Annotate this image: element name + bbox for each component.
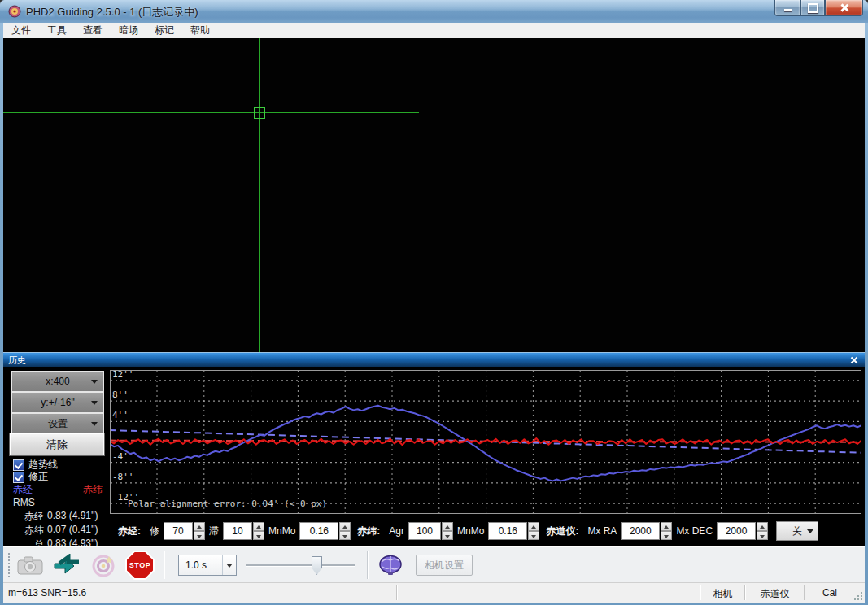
history-panel-body: x:400 y:+/-16" 设置 清除 趋势线 修正 赤经 赤纬 RMS 赤经… [3, 367, 865, 546]
max-ra-spinner [621, 522, 672, 540]
rms-ra-row: 赤经 0.83 (4.91'') [8, 510, 114, 524]
history-panel-titlebar[interactable]: 历史 [3, 352, 865, 368]
spin-up-icon[interactable] [528, 522, 539, 531]
chevron-down-icon [91, 422, 98, 426]
spin-up-icon[interactable] [757, 522, 768, 531]
advanced-settings-button[interactable] [377, 554, 403, 577]
dec-group-label: 赤纬: [357, 524, 380, 538]
spin-up-icon[interactable] [661, 522, 672, 531]
spin-up-icon[interactable] [194, 522, 205, 531]
crosshair-horizontal-line [3, 112, 419, 113]
mount-group-label: 赤道仪: [546, 524, 578, 538]
chevron-down-icon [91, 401, 98, 405]
graph-canvas: 12''8''4''-4''-8''-12''Polar alignment e… [110, 370, 861, 514]
spin-up-icon[interactable] [253, 522, 264, 531]
y-scale-dropdown[interactable]: y:+/-16" [11, 392, 104, 413]
dec-aggr-input[interactable] [408, 522, 441, 540]
svg-text:Polar alignment error: 0.04' (: Polar alignment error: 0.04' (< 0 px) [128, 498, 327, 509]
window-title: PHD2 Guiding 2.5.0 - 1 (日志记录中) [26, 5, 198, 20]
spin-down-icon[interactable] [339, 531, 351, 540]
guide-button[interactable] [89, 553, 117, 577]
clear-button[interactable]: 清除 [10, 433, 104, 455]
title-bar[interactable]: PHD2 Guiding 2.5.0 - 1 (日志记录中) [0, 0, 868, 23]
ra-legend-label: 赤经 [13, 483, 33, 497]
rms-title: RMS [13, 497, 35, 508]
ra-hyst-spinner [223, 522, 264, 540]
status-cal: Cal [805, 587, 854, 598]
rms-dec-row: 赤纬 0.07 (0.41'') [8, 524, 114, 538]
dec-minmove-label: MnMo [457, 525, 484, 537]
corrections-checkbox[interactable] [13, 472, 24, 483]
trendlines-checkbox-row[interactable]: 趋势线 [13, 459, 58, 471]
slider-thumb[interactable] [312, 556, 322, 575]
x-scale-dropdown[interactable]: x:400 [11, 371, 104, 392]
dec-aggr-spinner [408, 522, 453, 540]
dec-minmove-input[interactable] [488, 522, 527, 540]
menu-item-tools[interactable]: 工具 [39, 23, 75, 38]
spin-down-icon[interactable] [757, 531, 768, 540]
minimize-button[interactable] [774, 0, 800, 16]
brain-icon [377, 554, 403, 577]
camera-icon [16, 554, 44, 577]
spin-down-icon[interactable] [253, 531, 264, 540]
status-camera: 相机 [701, 587, 744, 601]
menu-item-bookmarks[interactable]: 标记 [146, 23, 182, 38]
menu-item-help[interactable]: 帮助 [182, 23, 218, 38]
svg-text:8'': 8'' [112, 390, 129, 400]
phd2-window: PHD2 Guiding 2.5.0 - 1 (日志记录中) 文件 工具 查看 … [0, 0, 868, 605]
trendlines-checkbox[interactable] [13, 459, 24, 471]
status-text: m=613 SNR=15.6 [8, 587, 86, 598]
ra-aggr-input[interactable] [164, 522, 193, 540]
ra-hyst-input[interactable] [223, 522, 252, 540]
stop-icon: STOP [125, 551, 155, 580]
maximize-button[interactable] [800, 0, 825, 16]
corrections-checkbox-row[interactable]: 修正 [13, 471, 48, 483]
spin-down-icon[interactable] [528, 531, 539, 540]
chevron-down-icon [222, 555, 236, 575]
camera-settings-button[interactable]: 相机设置 [416, 555, 473, 576]
svg-text:-8'': -8'' [112, 472, 134, 482]
camera-connect-button[interactable] [16, 554, 44, 577]
spin-down-icon[interactable] [442, 531, 453, 540]
graph-settings-dropdown[interactable]: 设置 [11, 413, 104, 434]
spin-down-icon[interactable] [194, 531, 205, 540]
ra-minmove-spinner [299, 522, 351, 540]
spin-up-icon[interactable] [442, 522, 453, 531]
chevron-down-icon [807, 529, 813, 533]
ra-minmove-label: MnMo [268, 525, 295, 537]
corrections-label: 修正 [28, 470, 48, 484]
history-panel-title: 历史 [8, 355, 26, 367]
exposure-value: 1.0 s [179, 559, 222, 571]
max-dec-input[interactable] [717, 522, 756, 540]
spin-up-icon[interactable] [339, 522, 351, 531]
menu-bar: 文件 工具 查看 暗场 标记 帮助 [3, 23, 865, 39]
max-ra-input[interactable] [621, 522, 660, 540]
maximize-icon [808, 3, 818, 13]
max-dec-label: Mx DEC [676, 525, 713, 537]
svg-text:4'': 4'' [112, 410, 129, 420]
menu-item-file[interactable]: 文件 [3, 23, 39, 38]
stop-button[interactable]: STOP [125, 551, 155, 580]
camera-view[interactable] [3, 38, 865, 352]
max-dec-spinner [717, 522, 768, 540]
gamma-slider[interactable] [246, 553, 355, 577]
menu-item-view[interactable]: 查看 [75, 23, 111, 38]
status-mount: 赤道仪 [746, 587, 804, 601]
minimize-icon [784, 9, 792, 11]
dec-guide-mode-dropdown[interactable]: 关 [776, 521, 818, 541]
ra-group-label: 赤经: [118, 524, 141, 538]
exposure-dropdown[interactable]: 1.0 s [178, 555, 237, 576]
toolbar-grip[interactable] [8, 553, 12, 577]
history-panel-close-icon[interactable] [850, 356, 858, 364]
svg-text:12'': 12'' [112, 370, 134, 380]
guide-target-icon [89, 553, 117, 577]
spin-down-icon[interactable] [661, 531, 672, 540]
guide-star-lock-box [254, 107, 265, 119]
dec-aggr-label: Agr [389, 525, 404, 537]
ra-minmove-input[interactable] [299, 522, 338, 540]
menu-item-darks[interactable]: 暗场 [111, 23, 146, 38]
loop-exposures-button[interactable] [52, 554, 81, 577]
resize-grip[interactable] [853, 591, 863, 601]
dec-minmove-spinner [488, 522, 539, 540]
close-button[interactable] [825, 0, 863, 16]
